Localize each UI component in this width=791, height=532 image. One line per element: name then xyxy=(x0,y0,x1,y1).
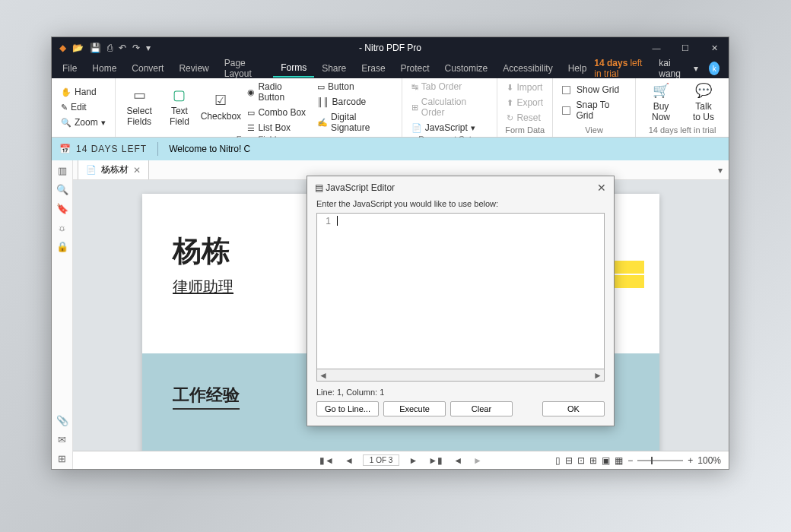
edit-tool[interactable]: ✎ Edit xyxy=(58,100,109,114)
code-input[interactable] xyxy=(334,214,604,369)
select-fields-button[interactable]: ▭Select Fields xyxy=(122,87,157,128)
dialog-icon: ▤ xyxy=(315,182,323,193)
dialog-titlebar[interactable]: ▤ JavaScript Editor ✕ xyxy=(307,176,614,199)
menu-accessibility[interactable]: Accessibility xyxy=(495,60,560,77)
show-grid-check[interactable]: Show Grid xyxy=(559,83,629,97)
dropdown-icon[interactable]: ▾ xyxy=(146,43,151,53)
listbox-button[interactable]: ☰ List Box xyxy=(244,121,310,135)
pages-icon[interactable]: ▥ xyxy=(58,165,67,176)
minimize-button[interactable]: ― xyxy=(642,37,671,59)
view-mode-2[interactable]: ⊟ xyxy=(565,455,573,466)
menu-protect[interactable]: Protect xyxy=(393,60,437,77)
user-name[interactable]: kai wang xyxy=(659,58,686,79)
mail-icon[interactable]: ✉ xyxy=(58,434,66,445)
signature-button[interactable]: ✍ Digital Signature xyxy=(314,110,396,135)
trial-banner: 📅 14 DAYS LEFT Welcome to Nitro! C xyxy=(52,138,729,160)
save-icon[interactable]: 💾 xyxy=(90,43,101,53)
star-icon[interactable]: ☼ xyxy=(58,222,67,233)
quick-access: ◆ 📂 💾 ⎙ ↶ ↷ ▾ xyxy=(52,43,151,53)
document-tab[interactable]: 📄 杨栋材 ✕ xyxy=(78,160,149,179)
dialog-title: JavaScript Editor xyxy=(326,182,395,193)
menu-review[interactable]: Review xyxy=(171,60,216,77)
tab-menu-icon[interactable]: ▾ xyxy=(718,165,723,176)
forward-icon[interactable]: ► xyxy=(472,455,484,466)
search-icon[interactable]: 🔍 xyxy=(56,184,68,195)
menu-help[interactable]: Help xyxy=(561,60,595,77)
talk-button[interactable]: 💬Talk to Us xyxy=(685,83,723,123)
import-button[interactable]: ⬇ Import xyxy=(504,81,546,94)
dialog-close-icon[interactable]: ✕ xyxy=(597,182,606,194)
goto-line-button[interactable]: Go to Line... xyxy=(316,401,379,416)
first-page-icon[interactable]: ▮◄ xyxy=(318,455,335,466)
checkbox-button[interactable]: ☑Checkbox xyxy=(202,93,240,122)
back-icon[interactable]: ◄ xyxy=(452,455,464,466)
grid-icon[interactable]: ⊞ xyxy=(58,453,66,464)
snap-grid-check[interactable]: Snap To Grid xyxy=(559,98,629,122)
zoom-value: 100% xyxy=(697,455,721,466)
app-icon: ◆ xyxy=(59,43,66,53)
open-icon[interactable]: 📂 xyxy=(72,43,84,53)
zoom-tool[interactable]: 🔍 Zoom ▾ xyxy=(58,116,109,129)
menu-home[interactable]: Home xyxy=(84,60,124,77)
view-mode-4[interactable]: ⊞ xyxy=(589,455,597,466)
maximize-button[interactable]: ☐ xyxy=(671,37,700,59)
tab-order-button[interactable]: ↹ Tab Order xyxy=(408,80,491,93)
trial-label: 14 days left in trial xyxy=(594,58,651,79)
cursor-position: Line: 1, Column: 1 xyxy=(316,382,605,401)
view-mode-5[interactable]: ▣ xyxy=(602,455,610,466)
attach-icon[interactable]: 📎 xyxy=(56,415,68,426)
button-button[interactable]: ▭ Button xyxy=(314,80,396,93)
status-bar: ▮◄ ◄ 1 OF 3 ► ►▮ ◄ ► ▯ ⊟ ⊡ ⊞ ▣ ▦ − + 100… xyxy=(73,451,729,469)
prev-page-icon[interactable]: ◄ xyxy=(343,455,355,466)
javascript-button[interactable]: 📄 JavaScript ▾ xyxy=(408,121,491,135)
page-indicator[interactable]: 1 OF 3 xyxy=(363,454,400,466)
menu-customize[interactable]: Customize xyxy=(437,60,496,77)
last-page-icon[interactable]: ►▮ xyxy=(427,455,444,466)
view-mode-6[interactable]: ▦ xyxy=(615,455,623,466)
ok-button[interactable]: OK xyxy=(542,401,605,416)
redo-icon[interactable]: ↷ xyxy=(132,43,140,53)
tab-close-icon[interactable]: ✕ xyxy=(133,165,141,176)
zoom-in-icon[interactable]: + xyxy=(688,455,693,466)
text-field-button[interactable]: ▢Text Field xyxy=(162,87,198,128)
titlebar: ◆ 📂 💾 ⎙ ↶ ↷ ▾ - Nitro PDF Pro ― ☐ ✕ xyxy=(52,37,729,59)
reset-button[interactable]: ↻ Reset xyxy=(504,111,546,125)
menu-file[interactable]: File xyxy=(55,60,84,77)
window-buttons: ― ☐ ✕ xyxy=(642,37,729,59)
hand-tool[interactable]: ✋ Hand xyxy=(58,85,109,99)
buy-now-button[interactable]: 🛒Buy Now xyxy=(642,83,680,123)
export-button[interactable]: ⬆ Export xyxy=(504,96,546,109)
menu-share[interactable]: Share xyxy=(314,60,354,77)
undo-icon[interactable]: ↶ xyxy=(119,43,126,53)
print-icon[interactable]: ⎙ xyxy=(107,43,113,53)
next-page-icon[interactable]: ► xyxy=(407,455,419,466)
menu-forms[interactable]: Forms xyxy=(273,59,314,78)
welcome-text: Welcome to Nitro! C xyxy=(169,144,250,154)
combo-button[interactable]: ▭ Combo Box xyxy=(244,106,310,119)
code-editor[interactable]: 1 xyxy=(316,213,605,369)
group-trial: 14 days left in trial xyxy=(642,125,723,135)
group-view: View xyxy=(559,125,629,135)
calendar-icon: 📅 xyxy=(59,144,71,154)
view-mode-1[interactable]: ▯ xyxy=(555,455,561,466)
zoom-out-icon[interactable]: − xyxy=(627,455,633,466)
calc-order-button[interactable]: ⊞ Calculation Order xyxy=(408,95,491,119)
editor-scrollbar[interactable]: ◄► xyxy=(316,369,605,382)
execute-button[interactable]: Execute xyxy=(383,401,446,416)
app-window: ◆ 📂 💾 ⎙ ↶ ↷ ▾ - Nitro PDF Pro ― ☐ ✕ File… xyxy=(51,36,729,470)
menu-erase[interactable]: Erase xyxy=(354,60,392,77)
group-form-data: Form Data xyxy=(504,125,546,135)
dialog-prompt: Enter the JavaScript you would like to u… xyxy=(316,199,605,208)
view-mode-3[interactable]: ⊡ xyxy=(577,455,585,466)
clear-button[interactable]: Clear xyxy=(450,401,513,416)
side-toolbar: ▥ 🔍 🔖 ☼ 🔒 📎 ✉ ⊞ xyxy=(52,160,73,469)
zoom-slider[interactable] xyxy=(637,460,683,461)
menu-convert[interactable]: Convert xyxy=(124,60,171,77)
avatar[interactable]: k xyxy=(709,62,720,75)
barcode-button[interactable]: ║║ Barcode xyxy=(314,95,396,109)
close-button[interactable]: ✕ xyxy=(700,37,729,59)
radio-button[interactable]: ◉ Radio Button xyxy=(244,80,310,104)
lock-icon[interactable]: 🔒 xyxy=(56,241,68,252)
bookmark-icon[interactable]: 🔖 xyxy=(56,203,68,214)
window-title: - Nitro PDF Pro xyxy=(359,43,421,53)
